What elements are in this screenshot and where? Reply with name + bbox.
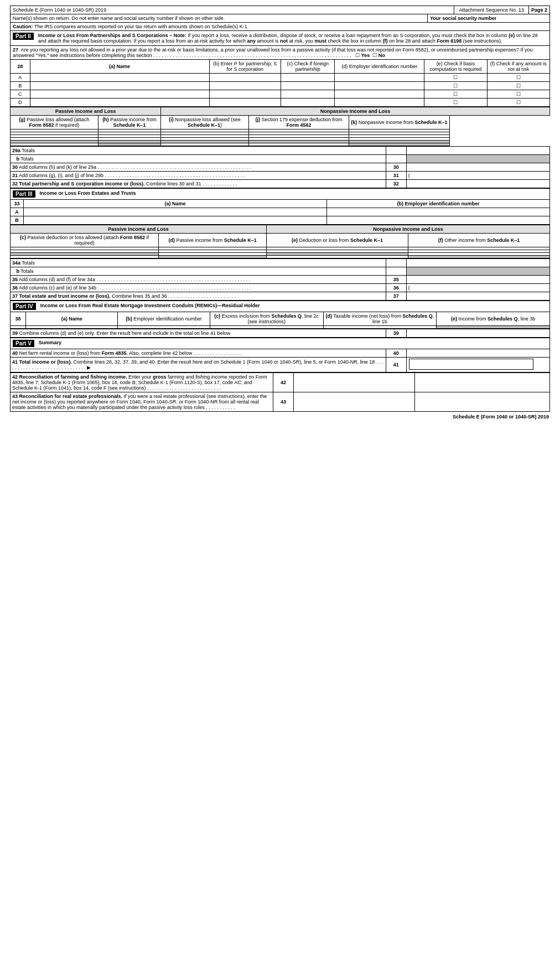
- row-b-c[interactable]: [281, 82, 335, 90]
- line30-row: 30 Add columns (h) and (k) of line 29a .…: [11, 163, 550, 172]
- line42-val[interactable]: [293, 373, 414, 392]
- line39-val[interactable]: [406, 329, 549, 338]
- line38-b-val[interactable]: [118, 326, 210, 329]
- row-d-c[interactable]: [281, 99, 335, 107]
- row33-b-name[interactable]: [24, 216, 327, 225]
- row-a-name[interactable]: [30, 74, 209, 82]
- col-e-header: (e) Check if basis computation is requir…: [424, 60, 487, 74]
- row-c-f[interactable]: ☐: [487, 90, 549, 99]
- q27-row: 27 Are you reporting any loss not allowe…: [10, 45, 550, 59]
- row-d-b[interactable]: [209, 99, 281, 107]
- 34b-e[interactable]: [267, 256, 408, 258]
- line34b-val[interactable]: [406, 267, 549, 276]
- line38-d-val[interactable]: [323, 326, 437, 329]
- page: Schedule E (Form 1040 or 1040-SR) 2019 A…: [0, 0, 560, 427]
- row-c-c[interactable]: [281, 90, 335, 99]
- line33-row-a: A: [11, 208, 550, 216]
- line36-num: 36: [386, 284, 406, 292]
- passive-table-3: Passive Income and Loss Nonpassive Incom…: [10, 225, 550, 258]
- q27-number: 27: [13, 47, 18, 53]
- row33-a-id[interactable]: [326, 208, 549, 216]
- row33-b-id[interactable]: [326, 216, 549, 225]
- 29b-g[interactable]: [11, 143, 98, 146]
- line41-row: 41 Total income or (loss). Combine lines…: [11, 358, 550, 372]
- caution-text: The IRS compares amounts reported on you…: [34, 24, 248, 29]
- part3-label: Part III: [13, 190, 35, 198]
- line41-val[interactable]: [406, 358, 549, 372]
- row-b-b[interactable]: [209, 82, 281, 90]
- row-a-d[interactable]: [335, 74, 424, 82]
- row-b-d[interactable]: [335, 82, 424, 90]
- row-c-b[interactable]: [209, 90, 281, 99]
- row-a-e[interactable]: ☐: [424, 74, 487, 82]
- line30-text: 30 Add columns (h) and (k) of line 29a .…: [11, 163, 386, 172]
- line31-val[interactable]: (: [406, 172, 549, 180]
- line29b-val[interactable]: [406, 155, 549, 163]
- row-c-name[interactable]: [30, 90, 209, 99]
- line43-val[interactable]: [293, 392, 414, 412]
- 34b-c[interactable]: [11, 256, 159, 258]
- part2-title: Income or Loss From Partnerships and S C…: [38, 33, 547, 44]
- row-a-c[interactable]: [281, 74, 335, 82]
- line29a-val[interactable]: [406, 147, 549, 155]
- row-c-e[interactable]: ☐: [424, 90, 487, 99]
- line35-val[interactable]: [406, 276, 549, 284]
- col-c3-header: (c) Passive deduction or loss allowed (a…: [11, 234, 159, 247]
- line34a-val[interactable]: [406, 259, 549, 267]
- header-left: Schedule E (Form 1040 or 1040-SR) 2019: [11, 6, 454, 14]
- row-b-name[interactable]: [30, 82, 209, 90]
- col-i-header: (i) Nonpassive loss allowed (see Schedul…: [161, 116, 249, 130]
- line38-a-val[interactable]: [26, 326, 118, 329]
- line41-box[interactable]: [409, 359, 533, 370]
- line34b-linenum: [386, 267, 406, 276]
- line30-val[interactable]: [406, 163, 549, 172]
- line32-row: 32 Total partnership and S corporation i…: [11, 180, 550, 188]
- row-a-f[interactable]: ☐: [487, 74, 549, 82]
- line28-num: 28: [11, 60, 30, 74]
- row-c-28: C ☐ ☐: [11, 90, 550, 99]
- line38-row-num: [11, 326, 26, 329]
- line43-extra[interactable]: [415, 392, 550, 412]
- line37-val[interactable]: [406, 292, 549, 301]
- row-d-f[interactable]: ☐: [487, 99, 549, 107]
- 29b-h[interactable]: [98, 143, 160, 146]
- line36-val[interactable]: (: [406, 284, 549, 292]
- line42-extra[interactable]: [415, 373, 550, 392]
- name-row: Name(s) shown on return. Do not enter na…: [10, 14, 550, 22]
- row-d-e[interactable]: ☐: [424, 99, 487, 107]
- row-d-d[interactable]: [335, 99, 424, 107]
- lines-34-37: 34a Totals b Totals 35 Add columns (d) a…: [10, 258, 550, 301]
- nonpassive-label: Nonpassive Income and Loss: [161, 107, 550, 116]
- line42-row: 42 Reconciliation of farming and fishing…: [11, 373, 550, 392]
- col-f3-header: (f) Other income from Schedule K–1: [408, 234, 550, 247]
- row-b-e[interactable]: ☐: [424, 82, 487, 90]
- line29a-label-row: 29a Totals: [11, 147, 550, 155]
- row-b-f[interactable]: ☐: [487, 82, 549, 90]
- 34b-f[interactable]: [408, 256, 550, 258]
- line36-text: 36 Add columns (c) and (e) of line 34b .…: [11, 284, 386, 292]
- row-c-d[interactable]: [335, 90, 424, 99]
- part2-header: Part II Income or Loss From Partnerships…: [10, 30, 550, 45]
- line29b-linenum: [386, 155, 406, 163]
- col-k-header: (k) Nonpassive income from Schedule K–1: [349, 116, 449, 130]
- line38-header: 38 (a) Name (b) Employer identification …: [11, 312, 550, 326]
- line29b-label: b Totals: [11, 155, 386, 163]
- line43-num: 43: [273, 392, 294, 412]
- line40-val[interactable]: [406, 349, 549, 358]
- row-d-name[interactable]: [30, 99, 209, 107]
- line32-val[interactable]: [406, 180, 549, 188]
- line38-c-val[interactable]: [210, 326, 323, 329]
- row33-a-name[interactable]: [24, 208, 327, 216]
- 29b-i[interactable]: [161, 143, 249, 146]
- line40-num: 40: [386, 349, 406, 358]
- 29b-k[interactable]: [349, 143, 449, 146]
- row-a-b[interactable]: [209, 74, 281, 82]
- line31-row: 31 Add columns (g), (i), and (j) of line…: [11, 172, 550, 180]
- line31-text: 31 Add columns (g), (i), and (j) of line…: [11, 172, 386, 180]
- passive3-col-headers: (c) Passive deduction or loss allowed (a…: [11, 234, 550, 247]
- 34b-d[interactable]: [159, 256, 267, 258]
- 29b-j[interactable]: [248, 143, 349, 146]
- row33-a-letter: A: [11, 208, 24, 216]
- line38-e-val[interactable]: [437, 326, 550, 329]
- line42-num: 42: [273, 373, 294, 392]
